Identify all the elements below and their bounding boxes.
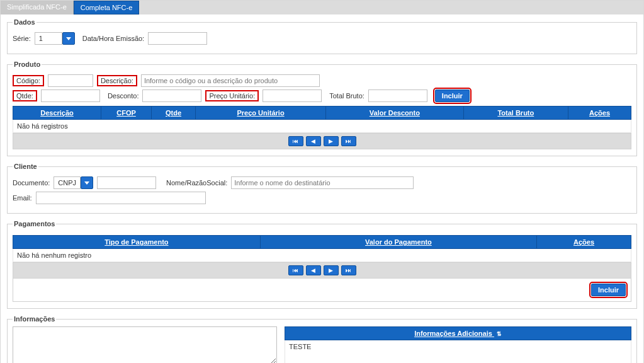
label-email: Email:	[13, 194, 32, 202]
fieldset-pagamentos: Pagamentos Tipo de Pagamento Valor do Pa…	[7, 220, 637, 309]
legend-cliente: Cliente	[13, 163, 38, 170]
chevron-down-icon[interactable]	[62, 32, 75, 45]
col-descricao[interactable]: Descrição	[13, 107, 101, 120]
documento-dropdown[interactable]: CNPJ	[54, 176, 93, 189]
pager-last-icon[interactable]: ⏭	[341, 265, 356, 275]
tab-simplificada[interactable]: Simplificada NFC-e	[1, 1, 74, 14]
label-codigo: Código:	[13, 75, 44, 86]
informacoes-adicionais-header[interactable]: Informações Adicionais ⇅	[285, 326, 631, 340]
sort-icon[interactable]: ⇅	[497, 331, 502, 337]
fieldset-informacoes: Informações Informações Adicionais ⇅ TES…	[7, 315, 637, 363]
pagamentos-empty: Não há nenhum registro	[13, 249, 631, 262]
col-acoes[interactable]: Ações	[568, 107, 631, 120]
legend-pagamentos: Pagamentos	[13, 220, 56, 228]
documento-value: CNPJ	[54, 176, 81, 189]
label-preco: Preço Unitário:	[205, 90, 259, 101]
preco-input[interactable]	[263, 89, 322, 102]
col-tipo-pagamento[interactable]: Tipo de Pagamento	[13, 236, 261, 249]
col-qtde[interactable]: Qtde	[152, 107, 196, 120]
informacoes-adicionais-body: TESTE	[285, 340, 631, 363]
label-documento: Documento:	[13, 179, 50, 187]
legend-dados: Dados	[13, 18, 37, 26]
pager-last-icon[interactable]: ⏭	[341, 136, 356, 146]
label-razao: Nome/RazãoSocial:	[166, 179, 227, 187]
col-cfop[interactable]: CFOP	[101, 107, 152, 120]
label-serie: Série:	[13, 35, 31, 42]
produto-table: Descrição CFOP Qtde Preço Unitário Valor…	[13, 106, 631, 133]
serie-dropdown[interactable]: 1	[35, 32, 75, 45]
col-preco[interactable]: Preço Unitário	[196, 107, 326, 120]
chevron-down-icon[interactable]	[81, 176, 93, 189]
incluir-produto-button[interactable]: Incluir	[435, 89, 470, 102]
label-totalbruto: Total Bruto:	[329, 92, 364, 100]
pager-next-icon[interactable]: ▶	[324, 265, 339, 275]
legend-informacoes: Informações	[13, 315, 56, 323]
col-valor-pagamento[interactable]: Valor do Pagamento	[260, 236, 536, 249]
tab-bar: Simplificada NFC-e Completa NFC-e	[1, 1, 643, 14]
col-desconto[interactable]: Valor Desconto	[326, 107, 464, 120]
pagamentos-footer: Incluir	[13, 279, 631, 302]
produto-empty: Não há registros	[13, 120, 631, 133]
codigo-input[interactable]	[48, 74, 93, 87]
pagamentos-pager: ⏮ ◀ ▶ ⏭	[13, 262, 631, 279]
label-datahora: Data/Hora Emissão:	[82, 35, 144, 42]
label-desconto: Desconto:	[108, 92, 139, 100]
fieldset-dados: Dados Série: 1 Data/Hora Emissão:	[7, 18, 637, 54]
label-descricao: Descrição:	[97, 75, 137, 86]
pager-prev-icon[interactable]: ◀	[306, 265, 321, 275]
col-acoes-pagamento[interactable]: Ações	[537, 236, 631, 249]
email-input[interactable]	[36, 192, 206, 204]
col-total[interactable]: Total Bruto	[463, 107, 568, 120]
razao-input[interactable]	[231, 176, 414, 189]
tab-completa[interactable]: Completa NFC-e	[74, 1, 140, 14]
descricao-input[interactable]	[141, 74, 320, 87]
pager-next-icon[interactable]: ▶	[324, 136, 339, 146]
desconto-input[interactable]	[142, 89, 201, 102]
incluir-pagamento-button[interactable]: Incluir	[591, 284, 626, 296]
informacoes-textarea[interactable]	[13, 326, 277, 363]
fieldset-produto: Produto Código: Descrição: Qtde: Descont…	[7, 60, 637, 156]
pagamentos-table: Tipo de Pagamento Valor do Pagamento Açõ…	[13, 235, 631, 262]
documento-input[interactable]	[97, 176, 156, 189]
serie-value: 1	[35, 32, 62, 45]
informacoes-adicionais-label: Informações Adicionais	[414, 330, 492, 337]
produto-pager: ⏮ ◀ ▶ ⏭	[13, 133, 631, 149]
datahora-input[interactable]	[148, 32, 207, 45]
qtde-input[interactable]	[41, 89, 100, 102]
pager-prev-icon[interactable]: ◀	[306, 136, 321, 146]
legend-produto: Produto	[13, 60, 42, 68]
fieldset-cliente: Cliente Documento: CNPJ Nome/RazãoSocial…	[7, 163, 637, 214]
pager-first-icon[interactable]: ⏮	[288, 265, 303, 275]
label-qtde: Qtde:	[13, 90, 37, 101]
totalbruto-input[interactable]	[368, 89, 427, 102]
pager-first-icon[interactable]: ⏮	[288, 136, 303, 146]
